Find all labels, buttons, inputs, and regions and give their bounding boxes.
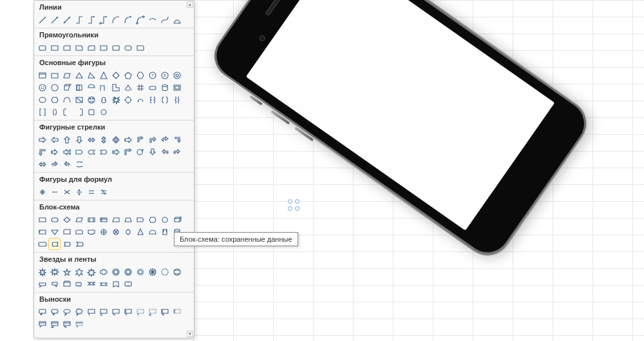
scroll-down-icon[interactable]: ▼ bbox=[187, 331, 193, 337]
arrows-shape-6[interactable] bbox=[110, 134, 121, 145]
flow-shape-14[interactable] bbox=[61, 226, 72, 237]
panel-scrollbar[interactable]: ▲ ▼ bbox=[187, 1, 193, 337]
callouts-shape-0[interactable] bbox=[37, 306, 48, 317]
scroll-up-icon[interactable]: ▲ bbox=[187, 1, 193, 8]
flow-shape-7[interactable] bbox=[122, 214, 133, 225]
arrows-shape-20[interactable] bbox=[135, 146, 146, 157]
flow-shape-17[interactable] bbox=[98, 226, 109, 237]
arrows-shape-10[interactable] bbox=[159, 134, 170, 145]
callouts-shape-11[interactable] bbox=[171, 306, 182, 317]
stars-shape-0[interactable] bbox=[37, 266, 48, 277]
formula-shape-3[interactable] bbox=[73, 186, 84, 197]
basic-shape-41[interactable] bbox=[98, 106, 109, 117]
rects-shape-0[interactable] bbox=[37, 42, 48, 53]
stars-shape-10[interactable] bbox=[159, 266, 170, 277]
basic-shape-18[interactable] bbox=[110, 82, 121, 93]
lines-shape-11[interactable] bbox=[171, 14, 182, 25]
flow-shape-8[interactable] bbox=[135, 214, 146, 225]
flow-shape-26[interactable] bbox=[61, 239, 72, 249]
flow-shape-2[interactable] bbox=[61, 214, 72, 225]
rects-shape-3[interactable] bbox=[73, 42, 84, 53]
arrows-shape-25[interactable] bbox=[49, 159, 60, 170]
basic-shape-17[interactable] bbox=[98, 82, 109, 93]
arrows-shape-11[interactable] bbox=[171, 134, 182, 145]
basic-shape-1[interactable] bbox=[49, 70, 60, 81]
basic-shape-40[interactable] bbox=[86, 106, 97, 117]
basic-shape-34[interactable] bbox=[159, 94, 170, 105]
basic-shape-7[interactable] bbox=[122, 70, 133, 81]
flow-shape-9[interactable] bbox=[147, 214, 158, 225]
lines-shape-8[interactable] bbox=[135, 14, 146, 25]
arrows-shape-1[interactable] bbox=[49, 134, 60, 145]
callouts-shape-9[interactable] bbox=[147, 306, 158, 317]
lines-shape-0[interactable] bbox=[37, 14, 48, 25]
arrows-shape-21[interactable] bbox=[147, 146, 158, 157]
rects-shape-7[interactable] bbox=[122, 42, 133, 53]
stars-shape-19[interactable] bbox=[122, 278, 133, 289]
lines-shape-6[interactable] bbox=[110, 14, 121, 25]
stars-shape-11[interactable] bbox=[171, 266, 182, 277]
basic-shape-5[interactable] bbox=[98, 70, 109, 81]
arrows-shape-19[interactable] bbox=[122, 146, 133, 157]
basic-shape-36[interactable] bbox=[37, 106, 48, 117]
arrows-shape-24[interactable] bbox=[37, 159, 48, 170]
flow-shape-24[interactable] bbox=[37, 239, 48, 249]
lines-shape-1[interactable] bbox=[49, 14, 60, 25]
callouts-shape-10[interactable] bbox=[159, 306, 170, 317]
callouts-shape-3[interactable] bbox=[73, 306, 84, 317]
selection-handles[interactable] bbox=[288, 199, 299, 211]
callouts-shape-12[interactable] bbox=[37, 318, 48, 329]
stars-shape-8[interactable] bbox=[135, 266, 146, 277]
basic-shape-14[interactable] bbox=[61, 82, 72, 93]
basic-shape-2[interactable] bbox=[61, 70, 72, 81]
flow-shape-16[interactable] bbox=[86, 226, 97, 237]
flow-shape-12[interactable] bbox=[37, 226, 48, 237]
basic-shape-11[interactable] bbox=[171, 70, 182, 81]
stars-shape-13[interactable] bbox=[49, 278, 60, 289]
basic-shape-28[interactable] bbox=[86, 94, 97, 105]
basic-shape-37[interactable] bbox=[49, 106, 60, 117]
basic-shape-0[interactable] bbox=[37, 70, 48, 81]
arrows-shape-12[interactable] bbox=[37, 146, 48, 157]
basic-shape-21[interactable] bbox=[147, 82, 158, 93]
arrows-shape-8[interactable] bbox=[135, 134, 146, 145]
flow-shape-4[interactable] bbox=[86, 214, 97, 225]
basic-shape-29[interactable] bbox=[98, 94, 109, 105]
basic-shape-24[interactable] bbox=[37, 94, 48, 105]
basic-shape-30[interactable] bbox=[110, 94, 121, 105]
stars-shape-6[interactable] bbox=[110, 266, 121, 277]
flow-shape-22[interactable] bbox=[159, 226, 170, 237]
basic-shape-3[interactable] bbox=[73, 70, 84, 81]
rects-shape-8[interactable] bbox=[135, 42, 146, 53]
arrows-shape-13[interactable] bbox=[49, 146, 60, 157]
basic-shape-19[interactable] bbox=[122, 82, 133, 93]
stored-data-shape[interactable] bbox=[49, 239, 60, 249]
flow-shape-27[interactable] bbox=[73, 239, 84, 249]
callouts-shape-2[interactable] bbox=[61, 306, 72, 317]
arrows-shape-3[interactable] bbox=[73, 134, 84, 145]
stars-shape-16[interactable] bbox=[86, 278, 97, 289]
lines-shape-7[interactable] bbox=[122, 14, 133, 25]
formula-shape-2[interactable] bbox=[61, 186, 72, 197]
arrows-shape-23[interactable] bbox=[171, 146, 182, 157]
formula-shape-0[interactable] bbox=[37, 186, 48, 197]
callouts-shape-6[interactable] bbox=[110, 306, 121, 317]
flow-shape-6[interactable] bbox=[110, 214, 121, 225]
lines-shape-4[interactable] bbox=[86, 14, 97, 25]
flow-shape-18[interactable] bbox=[110, 226, 121, 237]
stars-shape-15[interactable] bbox=[73, 278, 84, 289]
flow-shape-5[interactable] bbox=[98, 214, 109, 225]
basic-shape-22[interactable] bbox=[159, 82, 170, 93]
stars-shape-7[interactable] bbox=[122, 266, 133, 277]
phone-mockup[interactable] bbox=[277, 39, 644, 341]
arrows-shape-14[interactable] bbox=[61, 146, 72, 157]
flow-shape-13[interactable] bbox=[49, 226, 60, 237]
basic-shape-33[interactable] bbox=[147, 94, 158, 105]
callouts-shape-4[interactable] bbox=[86, 306, 97, 317]
flow-shape-21[interactable] bbox=[147, 226, 158, 237]
basic-shape-39[interactable] bbox=[73, 106, 84, 117]
basic-shape-27[interactable] bbox=[73, 94, 84, 105]
lines-shape-10[interactable] bbox=[159, 14, 170, 25]
flow-shape-11[interactable] bbox=[171, 214, 182, 225]
arrows-shape-27[interactable] bbox=[73, 159, 84, 170]
